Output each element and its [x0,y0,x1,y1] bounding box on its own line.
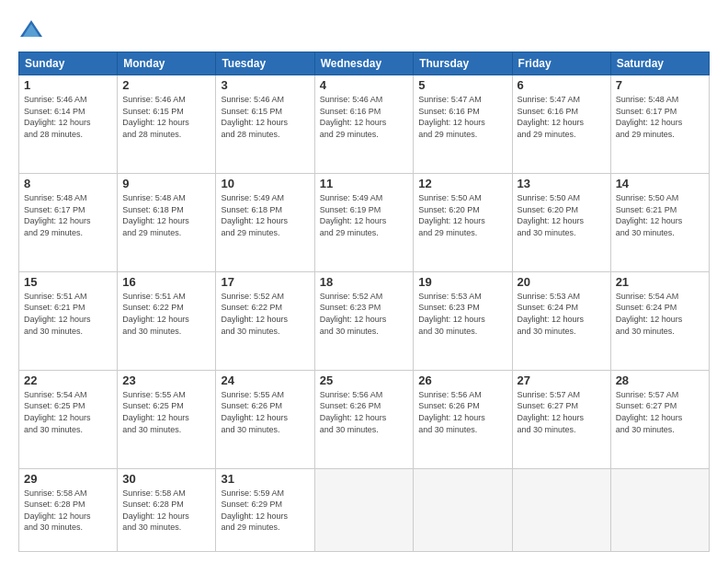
week-row-4: 22Sunrise: 5:54 AM Sunset: 6:25 PM Dayli… [19,370,710,468]
day-cell [610,468,709,551]
day-cell: 3Sunrise: 5:46 AM Sunset: 6:15 PM Daylig… [216,75,314,174]
day-number: 20 [518,275,606,289]
day-cell: 19Sunrise: 5:53 AM Sunset: 6:23 PM Dayli… [414,271,512,370]
day-cell: 21Sunrise: 5:54 AM Sunset: 6:24 PM Dayli… [610,271,709,370]
day-number: 21 [616,275,704,289]
day-number: 22 [24,373,112,387]
day-info: Sunrise: 5:46 AM Sunset: 6:16 PM Dayligh… [320,94,409,140]
day-number: 2 [122,78,210,92]
day-info: Sunrise: 5:49 AM Sunset: 6:18 PM Dayligh… [221,192,309,238]
header-wednesday: Wednesday [314,52,414,75]
header-thursday: Thursday [414,52,512,75]
top-section [18,17,710,42]
day-number: 14 [616,177,704,190]
day-info: Sunrise: 5:50 AM Sunset: 6:21 PM Dayligh… [616,192,704,238]
day-cell: 22Sunrise: 5:54 AM Sunset: 6:25 PM Dayli… [19,370,118,468]
day-number: 7 [616,78,704,92]
day-cell: 9Sunrise: 5:48 AM Sunset: 6:18 PM Daylig… [118,173,216,271]
day-number: 23 [122,373,210,387]
day-cell: 8Sunrise: 5:48 AM Sunset: 6:17 PM Daylig… [19,173,118,271]
day-number: 3 [221,78,309,92]
week-row-5: 29Sunrise: 5:58 AM Sunset: 6:28 PM Dayli… [19,468,710,551]
day-info: Sunrise: 5:50 AM Sunset: 6:20 PM Dayligh… [418,192,506,238]
day-info: Sunrise: 5:48 AM Sunset: 6:17 PM Dayligh… [616,94,704,140]
day-info: Sunrise: 5:56 AM Sunset: 6:26 PM Dayligh… [320,389,409,435]
day-info: Sunrise: 5:59 AM Sunset: 6:29 PM Dayligh… [221,488,309,534]
day-number: 28 [616,373,704,387]
day-number: 8 [24,177,112,190]
week-row-3: 15Sunrise: 5:51 AM Sunset: 6:21 PM Dayli… [19,271,710,370]
header-sunday: Sunday [19,52,118,75]
day-cell: 10Sunrise: 5:49 AM Sunset: 6:18 PM Dayli… [216,173,314,271]
day-info: Sunrise: 5:52 AM Sunset: 6:23 PM Dayligh… [320,291,409,337]
day-info: Sunrise: 5:57 AM Sunset: 6:27 PM Dayligh… [616,389,704,435]
day-cell: 27Sunrise: 5:57 AM Sunset: 6:27 PM Dayli… [512,370,610,468]
day-info: Sunrise: 5:48 AM Sunset: 6:18 PM Dayligh… [122,192,210,238]
day-info: Sunrise: 5:54 AM Sunset: 6:24 PM Dayligh… [616,291,704,337]
day-cell: 31Sunrise: 5:59 AM Sunset: 6:29 PM Dayli… [216,468,314,551]
day-number: 1 [24,78,112,92]
day-number: 4 [320,78,409,92]
day-cell: 4Sunrise: 5:46 AM Sunset: 6:16 PM Daylig… [314,75,414,174]
day-cell: 16Sunrise: 5:51 AM Sunset: 6:22 PM Dayli… [118,271,216,370]
day-cell: 5Sunrise: 5:47 AM Sunset: 6:16 PM Daylig… [414,75,512,174]
day-cell: 30Sunrise: 5:58 AM Sunset: 6:28 PM Dayli… [118,468,216,551]
day-cell: 12Sunrise: 5:50 AM Sunset: 6:20 PM Dayli… [414,173,512,271]
day-info: Sunrise: 5:49 AM Sunset: 6:19 PM Dayligh… [320,192,409,238]
day-number: 6 [518,78,606,92]
day-number: 10 [221,177,309,190]
day-number: 18 [320,275,409,289]
day-number: 29 [24,472,112,486]
day-info: Sunrise: 5:46 AM Sunset: 6:15 PM Dayligh… [221,94,309,140]
day-info: Sunrise: 5:55 AM Sunset: 6:25 PM Dayligh… [122,389,210,435]
day-cell: 20Sunrise: 5:53 AM Sunset: 6:24 PM Dayli… [512,271,610,370]
calendar: SundayMondayTuesdayWednesdayThursdayFrid… [18,52,710,552]
header-monday: Monday [118,52,216,75]
day-number: 27 [518,373,606,387]
day-info: Sunrise: 5:58 AM Sunset: 6:28 PM Dayligh… [122,488,210,534]
day-info: Sunrise: 5:47 AM Sunset: 6:16 PM Dayligh… [518,94,606,140]
day-number: 16 [122,275,210,289]
day-number: 25 [320,373,409,387]
day-info: Sunrise: 5:57 AM Sunset: 6:27 PM Dayligh… [518,389,606,435]
day-info: Sunrise: 5:50 AM Sunset: 6:20 PM Dayligh… [518,192,606,238]
day-cell [414,468,512,551]
day-cell: 25Sunrise: 5:56 AM Sunset: 6:26 PM Dayli… [314,370,414,468]
logo-icon [18,17,44,42]
day-info: Sunrise: 5:55 AM Sunset: 6:26 PM Dayligh… [221,389,309,435]
day-cell: 15Sunrise: 5:51 AM Sunset: 6:21 PM Dayli… [19,271,118,370]
day-number: 13 [518,177,606,190]
day-number: 12 [418,177,506,190]
logo [18,17,48,42]
day-cell: 26Sunrise: 5:56 AM Sunset: 6:26 PM Dayli… [414,370,512,468]
day-cell: 23Sunrise: 5:55 AM Sunset: 6:25 PM Dayli… [118,370,216,468]
day-cell: 29Sunrise: 5:58 AM Sunset: 6:28 PM Dayli… [19,468,118,551]
week-row-1: 1Sunrise: 5:46 AM Sunset: 6:14 PM Daylig… [19,75,710,174]
day-number: 9 [122,177,210,190]
header-tuesday: Tuesday [216,52,314,75]
day-cell [512,468,610,551]
day-number: 11 [320,177,409,190]
day-cell [314,468,414,551]
day-cell: 24Sunrise: 5:55 AM Sunset: 6:26 PM Dayli… [216,370,314,468]
day-info: Sunrise: 5:48 AM Sunset: 6:17 PM Dayligh… [24,192,112,238]
day-cell: 28Sunrise: 5:57 AM Sunset: 6:27 PM Dayli… [610,370,709,468]
header-row: SundayMondayTuesdayWednesdayThursdayFrid… [19,52,710,75]
header-friday: Friday [512,52,610,75]
day-cell: 11Sunrise: 5:49 AM Sunset: 6:19 PM Dayli… [314,173,414,271]
day-number: 19 [418,275,506,289]
day-info: Sunrise: 5:46 AM Sunset: 6:14 PM Dayligh… [24,94,112,140]
day-info: Sunrise: 5:51 AM Sunset: 6:22 PM Dayligh… [122,291,210,337]
day-number: 15 [24,275,112,289]
day-number: 24 [221,373,309,387]
day-info: Sunrise: 5:52 AM Sunset: 6:22 PM Dayligh… [221,291,309,337]
week-row-2: 8Sunrise: 5:48 AM Sunset: 6:17 PM Daylig… [19,173,710,271]
day-info: Sunrise: 5:51 AM Sunset: 6:21 PM Dayligh… [24,291,112,337]
day-cell: 6Sunrise: 5:47 AM Sunset: 6:16 PM Daylig… [512,75,610,174]
header-saturday: Saturday [610,52,709,75]
day-cell: 7Sunrise: 5:48 AM Sunset: 6:17 PM Daylig… [610,75,709,174]
day-number: 26 [418,373,506,387]
page: SundayMondayTuesdayWednesdayThursdayFrid… [0,0,728,563]
day-cell: 14Sunrise: 5:50 AM Sunset: 6:21 PM Dayli… [610,173,709,271]
day-info: Sunrise: 5:53 AM Sunset: 6:23 PM Dayligh… [418,291,506,337]
